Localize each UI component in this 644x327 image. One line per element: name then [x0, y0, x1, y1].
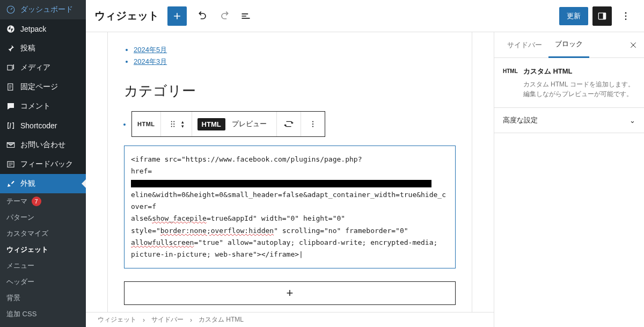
list-view-icon: [240, 11, 251, 21]
tab-block[interactable]: ブロック: [548, 32, 589, 58]
sidebar-item-comment[interactable]: コメント: [0, 97, 86, 116]
dashboard-icon: [5, 4, 16, 15]
update-button[interactable]: 更新: [559, 7, 588, 25]
sidebar-item-dashboard[interactable]: ダッシュボード: [0, 0, 86, 19]
breadcrumb-item[interactable]: サイドバー: [151, 315, 184, 324]
media-icon: [5, 62, 16, 73]
widget-heading[interactable]: カテゴリー: [124, 82, 456, 100]
html-code-textarea[interactable]: <iframe src="https://www.facebook.com/pl…: [124, 146, 456, 268]
close-icon: [629, 41, 638, 49]
svg-point-18: [312, 123, 313, 125]
svg-point-17: [312, 121, 313, 122]
svg-point-9: [625, 15, 627, 17]
plus-icon: [172, 11, 182, 21]
settings-panel: サイドバー ブロック HTML カスタム HTML カスタム HTML コードを…: [494, 32, 644, 327]
feedback-icon: [5, 159, 16, 170]
add-block-button[interactable]: [167, 6, 187, 26]
block-toolbar: HTML ▴ ▾: [131, 111, 325, 137]
svg-point-19: [312, 126, 313, 127]
svg-point-15: [171, 126, 172, 127]
block-more-button[interactable]: [306, 118, 319, 130]
sidebar-item-label: フィードバック: [20, 159, 73, 169]
sidebar-item-pages[interactable]: 固定ページ: [0, 77, 86, 97]
convert-button[interactable]: [282, 118, 295, 130]
sidebar-item-label: 投稿: [20, 43, 35, 53]
close-settings-button[interactable]: [629, 41, 638, 49]
sidebar-subitem[interactable]: テーマ 7: [0, 193, 86, 209]
block-mover[interactable]: ▴ ▾: [179, 120, 186, 128]
sidebar-subitem[interactable]: カスタマイズ: [0, 226, 86, 242]
html-block-icon: HTML: [503, 68, 518, 99]
sidebar-item-label: Jetpack: [20, 25, 46, 33]
block-description: HTML カスタム HTML カスタム HTML コードを追加します。編集しなが…: [494, 58, 644, 108]
sidebar-panel-icon: [597, 11, 608, 21]
plus-icon: +: [287, 286, 294, 300]
sidebar-item-label: メディア: [20, 63, 50, 72]
archive-link[interactable]: 2024年5月: [134, 46, 167, 54]
mail-icon: [5, 140, 16, 150]
main-column: ウィジェット 更新: [86, 0, 644, 327]
sidebar-item-label: 外観: [20, 179, 35, 188]
list-view-button[interactable]: [236, 6, 255, 26]
settings-tabs: サイドバー ブロック: [494, 32, 644, 58]
block-title: カスタム HTML: [523, 67, 635, 76]
sidebar-item-label: ダッシュボード: [20, 5, 73, 14]
sidebar-item-media[interactable]: メディア: [0, 58, 86, 77]
sidebar-item-label: お問い合わせ: [20, 140, 65, 150]
svg-point-13: [171, 123, 172, 125]
sidebar-item-label: 固定ページ: [20, 82, 58, 92]
svg-rect-2: [8, 66, 12, 70]
sidebar-subitem[interactable]: テーマファイルエディ: [0, 322, 86, 327]
block-appender-button[interactable]: +: [124, 281, 456, 305]
sidebar-item-mail[interactable]: お問い合わせ: [0, 135, 86, 155]
more-menu-button[interactable]: [616, 6, 635, 26]
sidebar-item-label: コメント: [20, 101, 50, 111]
svg-rect-7: [603, 13, 606, 19]
breadcrumb: ウィジェット › サイドバー › カスタム HTML: [86, 312, 494, 327]
drag-handle[interactable]: [166, 118, 179, 130]
settings-toggle-button[interactable]: [592, 6, 612, 26]
kebab-icon: [308, 119, 318, 129]
svg-point-1: [7, 25, 14, 33]
sidebar-item-feedback[interactable]: フィードバック: [0, 155, 86, 174]
advanced-panel-toggle[interactable]: 高度な設定 ⌄: [494, 108, 644, 133]
sidebar-subitem[interactable]: 追加 CSS: [0, 306, 86, 322]
editor-canvas[interactable]: 2024年5月 2024年3月 カテゴリー HTML: [86, 32, 494, 312]
page-title: ウィジェット: [94, 9, 159, 23]
redo-icon: [219, 11, 230, 21]
sidebar-item-shortcode[interactable]: Shortcoder: [0, 116, 86, 135]
view-preview-button[interactable]: プレビュー: [228, 117, 271, 131]
comment-icon: [5, 101, 16, 112]
view-html-button[interactable]: HTML: [197, 118, 225, 130]
svg-point-14: [173, 123, 174, 125]
widget-area-body: 2024年5月 2024年3月 カテゴリー HTML: [107, 32, 472, 312]
undo-button[interactable]: [193, 6, 213, 26]
block-desc: カスタム HTML コードを追加します。編集しながらプレビューが可能です。: [523, 79, 635, 99]
appearance-icon: [5, 178, 16, 189]
archive-list: 2024年5月 2024年3月: [134, 45, 456, 67]
redacted-segment: [131, 180, 431, 187]
sidebar-item-jetpack[interactable]: Jetpack: [0, 19, 86, 39]
breadcrumb-item[interactable]: ウィジェット: [98, 315, 136, 324]
count-badge: 7: [32, 197, 41, 206]
undo-icon: [197, 11, 208, 21]
jetpack-icon: [5, 24, 16, 34]
sidebar-subitem[interactable]: メニュー: [0, 258, 86, 274]
sidebar-subitem[interactable]: ヘッダー: [0, 274, 86, 290]
shortcode-icon: [5, 120, 16, 131]
breadcrumb-item[interactable]: カスタム HTML: [199, 315, 244, 324]
drag-icon: [168, 119, 178, 129]
sidebar-item-appearance[interactable]: 外観: [0, 174, 86, 193]
svg-point-11: [171, 121, 172, 122]
sidebar-subitem[interactable]: パターン: [0, 209, 86, 226]
pin-icon: [5, 43, 16, 54]
sidebar-item-pin[interactable]: 投稿: [0, 39, 86, 58]
archive-link[interactable]: 2024年3月: [134, 57, 167, 66]
tab-sidebar[interactable]: サイドバー: [501, 32, 548, 58]
sidebar-subitem[interactable]: ウィジェット: [0, 242, 86, 258]
editor-topbar: ウィジェット 更新: [86, 0, 644, 32]
block-type-indicator[interactable]: HTML: [137, 121, 155, 127]
loop-icon: [283, 118, 295, 130]
redo-button[interactable]: [215, 6, 234, 26]
sidebar-subitem[interactable]: 背景: [0, 290, 86, 306]
